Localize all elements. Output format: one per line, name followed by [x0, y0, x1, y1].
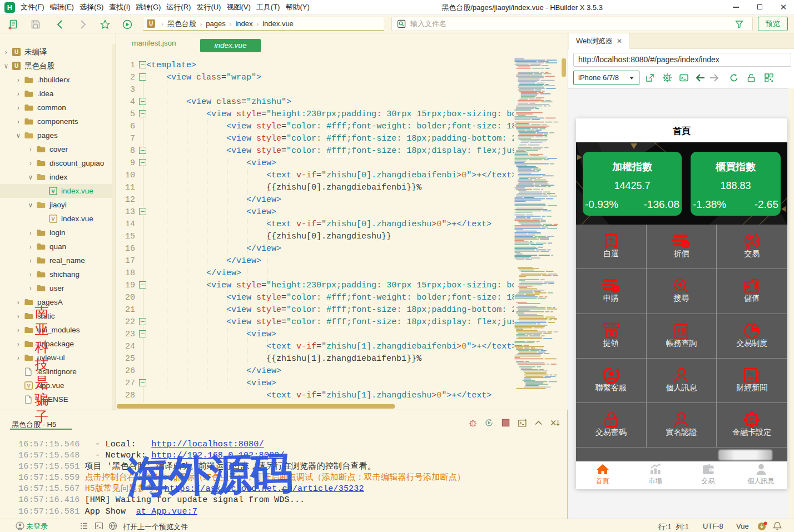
svg-text:V: V: [27, 383, 30, 389]
svg-text:V: V: [51, 216, 54, 222]
svg-text:V: V: [51, 188, 54, 194]
